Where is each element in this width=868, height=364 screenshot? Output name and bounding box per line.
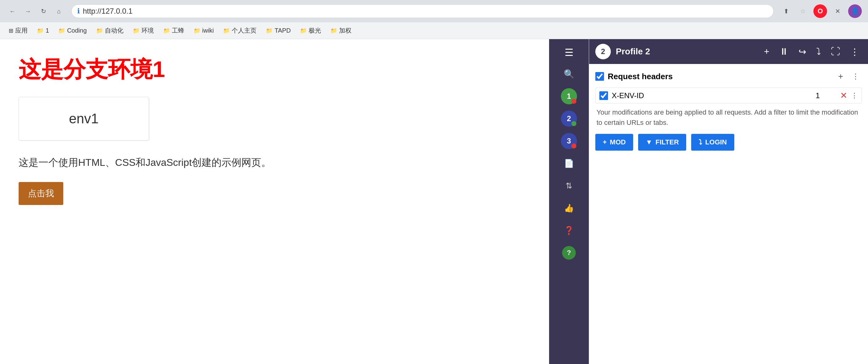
close-tab-button[interactable]: ✕: [831, 5, 844, 18]
back-button[interactable]: ←: [6, 5, 19, 18]
panel-login-icon-button[interactable]: ⤵: [814, 44, 823, 59]
folder-icon-tapd: 📁: [266, 27, 273, 34]
login-button[interactable]: ⤵ LOGIN: [691, 134, 734, 151]
forward-button[interactable]: →: [22, 5, 34, 18]
extension-sidebar: ☰ 🔍 1 2 3 📄 ⇅ 👍: [549, 39, 589, 364]
export-icon: 📄: [564, 159, 574, 168]
login-icon: ⤵: [699, 138, 702, 146]
folder-icon-worker: 📁: [163, 27, 170, 34]
section-add-button[interactable]: +: [836, 70, 846, 83]
panel-header: 2 Profile 2 + ⏸ ↪ ⤵ ⛶ ⋮: [589, 39, 868, 64]
browser-content: 这是分支环境1 env1 这是一个使用HTML、CSS和JavaScript创建…: [0, 39, 868, 364]
folder-icon-more: 📁: [331, 27, 337, 34]
sidebar-profile-3[interactable]: 3: [559, 131, 579, 151]
section-title: Request headers: [608, 72, 832, 81]
panel-menu-button[interactable]: ⋮: [847, 44, 862, 60]
bookmark-coding[interactable]: 📁 Coding: [55, 25, 90, 36]
folder-icon-jiguang: 📁: [300, 27, 307, 34]
bookmark-apps-label: 应用: [15, 26, 28, 35]
bookmark-personal-label: 个人主页: [232, 26, 256, 35]
webpage: 这是分支环境1 env1 这是一个使用HTML、CSS和JavaScript创建…: [0, 39, 549, 364]
toolbar-right: ⬆ ☆ O ✕ 👤: [780, 4, 862, 18]
sort-icon: ⇅: [565, 181, 572, 191]
page-description: 这是一个使用HTML、CSS和JavaScript创建的示例网页。: [19, 156, 530, 170]
sidebar-search[interactable]: 🔍: [559, 64, 579, 84]
action-buttons: + MOD ▼ FILTER ⤵ LOGIN: [595, 134, 862, 151]
panel-body: Request headers + ⋮ X-ENV-ID 1 ✕ ⋮ Your …: [589, 64, 868, 364]
section-checkbox[interactable]: [595, 72, 604, 81]
url-text: http://127.0.0.1: [83, 7, 132, 16]
header-name-input[interactable]: X-ENV-ID: [612, 91, 796, 100]
panel-pause-button[interactable]: ⏸: [777, 44, 791, 59]
bookmark-button[interactable]: ☆: [797, 5, 809, 18]
titlebar: ← → ↻ ⌂ ℹ http://127.0.0.1 ⬆ ☆ O ✕ 👤: [0, 0, 868, 22]
info-message: Your modifications are being applied to …: [595, 107, 862, 128]
bookmark-1-label: 1: [45, 27, 49, 34]
bookmark-personal[interactable]: 📁 个人主页: [219, 25, 260, 37]
address-bar[interactable]: ℹ http://127.0.0.1: [71, 4, 774, 18]
sidebar-question[interactable]: ?: [559, 243, 579, 263]
profile-avatar: 👤: [848, 4, 862, 18]
bookmark-tapd-label: TAPD: [275, 27, 291, 34]
sidebar-export[interactable]: 📄: [559, 153, 579, 173]
search-icon: 🔍: [564, 69, 575, 79]
sidebar-profile-1[interactable]: 1: [559, 86, 579, 106]
filter-icon: ▼: [646, 138, 652, 146]
bookmark-apps[interactable]: ⊞ 应用: [5, 25, 31, 37]
badge-green-2: [571, 121, 577, 126]
home-button[interactable]: ⌂: [53, 5, 65, 18]
folder-icon-coding: 📁: [58, 27, 65, 34]
header-more-button[interactable]: ⋮: [851, 92, 858, 100]
section-menu-button[interactable]: ⋮: [849, 71, 862, 82]
help-icon: ❓: [564, 226, 574, 235]
hamburger-menu[interactable]: ☰: [561, 44, 577, 61]
env-box: env1: [19, 97, 149, 140]
env-label: env1: [69, 111, 98, 127]
profile-number: 2: [595, 44, 611, 59]
folder-icon-auto: 📁: [96, 27, 103, 34]
bookmark-more[interactable]: 📁 加权: [327, 25, 355, 37]
folder-icon-env: 📁: [133, 27, 140, 34]
opera-icon: O: [813, 4, 827, 18]
filter-button[interactable]: ▼ FILTER: [638, 134, 686, 151]
bookmark-env-label: 环境: [142, 26, 154, 35]
header-delete-button[interactable]: ✕: [840, 90, 847, 101]
folder-icon-1: 📁: [37, 27, 44, 34]
modheader-panel: 2 Profile 2 + ⏸ ↪ ⤵ ⛶ ⋮ Request headers …: [589, 39, 868, 364]
bookmark-iwiki-label: iwiki: [202, 27, 214, 34]
bookmark-tapd[interactable]: 📁 TAPD: [262, 25, 294, 36]
sidebar-help[interactable]: ❓: [559, 221, 579, 241]
bookmark-auto[interactable]: 📁 自动化: [92, 25, 127, 37]
bookmark-1[interactable]: 📁 1: [33, 25, 53, 36]
reload-button[interactable]: ↻: [37, 5, 50, 18]
section-header: Request headers + ⋮: [595, 70, 862, 83]
filter-button-label: FILTER: [655, 138, 679, 146]
mod-plus-icon: +: [603, 138, 607, 146]
panel-redirect-button[interactable]: ↪: [796, 44, 809, 60]
sidebar-sort[interactable]: ⇅: [559, 176, 579, 196]
header-row-checkbox[interactable]: [599, 91, 608, 100]
bookmark-env[interactable]: 📁 环境: [129, 25, 158, 37]
sidebar-profile-2[interactable]: 2: [559, 109, 579, 129]
share-button[interactable]: ⬆: [780, 5, 792, 18]
badge-red-1: [571, 99, 577, 104]
mod-button-label: MOD: [610, 138, 626, 146]
nav-buttons: ← → ↻ ⌂: [6, 5, 65, 18]
login-button-label: LOGIN: [705, 138, 727, 146]
folder-icon-iwiki: 📁: [193, 27, 200, 34]
question-badge: ?: [562, 246, 576, 260]
panel-expand-button[interactable]: ⛶: [828, 44, 843, 59]
mod-button[interactable]: + MOD: [595, 134, 633, 151]
click-me-button[interactable]: 点击我: [19, 182, 63, 205]
folder-icon-personal: 📁: [223, 27, 230, 34]
bookmark-jiguang[interactable]: 📁 极光: [296, 25, 325, 37]
bookmark-more-label: 加权: [339, 26, 351, 35]
sidebar-like[interactable]: 👍: [559, 198, 579, 218]
page-heading: 这是分支环境1: [19, 55, 530, 84]
bookmark-iwiki[interactable]: 📁 iwiki: [190, 25, 218, 36]
header-row: X-ENV-ID 1 ✕ ⋮: [595, 88, 862, 104]
panel-add-button[interactable]: +: [761, 44, 772, 59]
bookmark-auto-label: 自动化: [105, 26, 123, 35]
header-value-input[interactable]: 1: [799, 91, 836, 100]
bookmark-worker[interactable]: 📁 工蜂: [159, 25, 188, 37]
